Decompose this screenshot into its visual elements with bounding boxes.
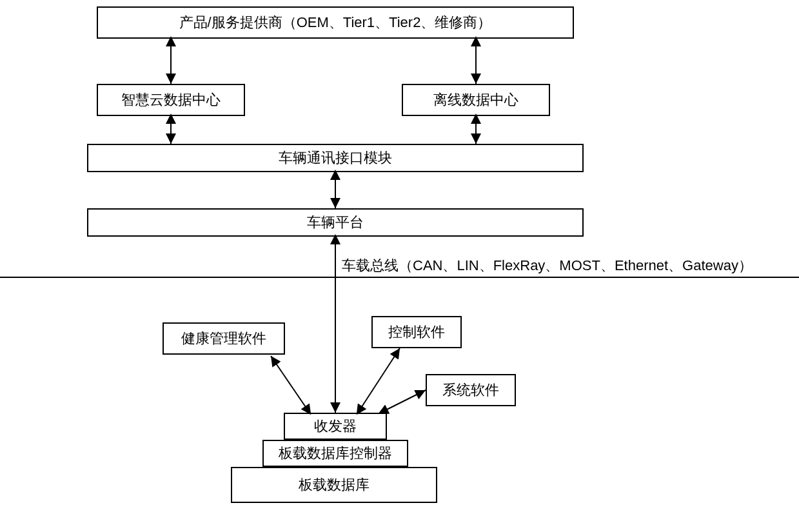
smart-cloud-data-center-box: 智慧云数据中心 <box>97 84 245 116</box>
vehicle-comm-interface-box: 车辆通讯接口模块 <box>87 144 584 172</box>
arrow-transceiver-health <box>271 356 310 413</box>
vehicle-platform-box: 车辆平台 <box>87 208 584 237</box>
offline-data-center-box: 离线数据中心 <box>402 84 550 116</box>
transceiver-box: 收发器 <box>284 413 387 440</box>
onboard-db-controller-box: 板载数据库控制器 <box>262 440 408 467</box>
system-software-box: 系统软件 <box>426 374 516 406</box>
bus-label: 车载总线（CAN、LIN、FlexRay、MOST、Ethernet、Gatew… <box>342 256 753 275</box>
health-management-software-box: 健康管理软件 <box>163 322 285 355</box>
onboard-database-box: 板载数据库 <box>231 467 437 503</box>
arrow-transceiver-system <box>380 390 426 413</box>
provider-box: 产品/服务提供商（OEM、Tier1、Tier2、维修商） <box>97 6 574 39</box>
control-software-box: 控制软件 <box>371 316 462 348</box>
arrow-transceiver-control <box>358 348 400 413</box>
